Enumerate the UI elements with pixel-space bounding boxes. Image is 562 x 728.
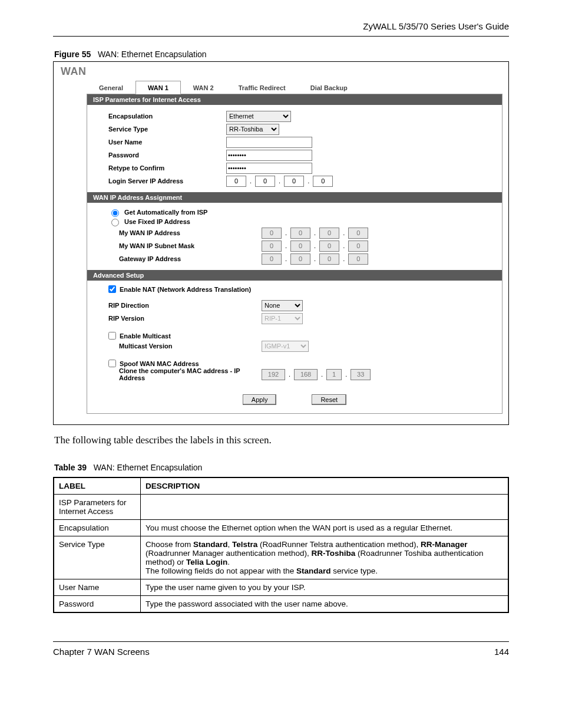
page-footer: Chapter 7 WAN Screens 144 [53,641,509,657]
reset-button[interactable]: Reset [312,394,346,405]
running-head: ZyWALL 5/35/70 Series User's Guide [53,21,509,31]
top-rule [53,36,509,37]
footer-page: 144 [494,647,509,657]
mywan-mask-oct1 [262,241,282,252]
label-enable-multicast: Enable Multicast [120,332,171,340]
tab-general[interactable]: General [87,81,135,94]
table-row: ISP Parameters for Internet Access [54,495,508,520]
figure-caption: Figure 55 WAN: Ethernet Encapsulation [54,50,509,59]
multicast-version-select: IGMP-v1 [262,341,309,352]
label-multicast-version: Multicast Version [108,342,250,350]
cell-label: User Name [54,579,141,596]
cell-description [141,495,509,520]
figure-title: WAN: Ethernet Encapsulation [98,50,207,59]
radio-get-auto[interactable] [111,209,119,217]
login-ip-oct3[interactable] [284,176,304,187]
mywan-ip-oct3 [319,228,339,239]
gw-ip-oct1 [262,253,282,265]
label-service-type: Service Type [108,126,226,133]
label-enable-nat: Enable NAT (Network Address Translation) [120,286,251,293]
label-use-fixed: Use Fixed IP Address [124,218,190,225]
rip-version-select: RIP-1 [262,313,303,324]
page-title: WAN [61,65,503,78]
mywan-ip-oct4 [348,228,368,239]
spoof-mac-checkbox[interactable] [108,360,116,367]
encapsulation-select[interactable]: Ethernet [226,111,291,122]
label-login-server: Login Server IP Address [108,177,226,185]
login-ip-oct1[interactable] [226,176,246,187]
label-get-auto: Get Automatically from ISP [124,209,207,216]
figure-label: Figure 55 [54,50,91,59]
radio-use-fixed[interactable] [111,219,119,226]
gw-ip-oct2 [290,253,310,265]
wan1-panel: ISP Parameters for Internet Access Encap… [87,94,503,414]
tab-dial-backup[interactable]: Dial Backup [298,81,360,94]
user-name-input[interactable] [226,137,312,148]
gateway-ip: . . . [262,253,368,265]
footer-chapter: Chapter 7 WAN Screens [53,647,150,657]
label-rip-direction: RIP Direction [108,302,250,309]
label-password: Password [108,151,226,159]
cell-label: Password [54,596,141,613]
table-row: User NameType the user name given to you… [54,579,508,596]
table-row: EncapsulationYou must choose the Etherne… [54,520,508,536]
cell-label: Encapsulation [54,520,141,536]
description-table: LABEL DESCRIPTION ISP Parameters for Int… [53,477,509,613]
cell-description: Type the user name given to you by your … [141,579,509,596]
my-wan-ip: . . . [262,228,368,239]
password-input[interactable] [226,150,312,161]
cell-description: Type the password associated with the us… [141,596,509,613]
label-user-name: User Name [108,139,226,146]
table-title: WAN: Ethernet Encapsulation [94,463,203,472]
tab-bar: General WAN 1 WAN 2 Traffic Redirect Dia… [87,80,503,94]
enable-multicast-checkbox[interactable] [108,332,116,340]
cell-description: Choose from Standard, Telstra (RoadRunne… [141,536,509,579]
label-spoof-mac: Spoof WAN MAC Address [120,360,199,367]
tab-wan1[interactable]: WAN 1 [135,81,181,94]
label-gateway: Gateway IP Address [108,255,250,262]
my-wan-mask: . . . [262,241,368,252]
section-isp: ISP Parameters for Internet Access [87,94,502,105]
section-wan-ip: WAN IP Address Assignment [87,192,502,203]
rip-direction-select[interactable]: None [262,300,303,311]
body-text: The following table describes the labels… [54,434,509,446]
wan-screenshot: WAN General WAN 1 WAN 2 Traffic Redirect… [53,61,509,425]
table-row: PasswordType the password associated wit… [54,596,508,613]
label-clone-mac: Clone the computer's MAC address - IP Ad… [108,367,250,381]
retype-input[interactable] [226,163,312,174]
cell-label: ISP Parameters for Internet Access [54,495,141,520]
table-caption: Table 39 WAN: Ethernet Encapsulation [54,463,509,472]
gw-ip-oct4 [348,253,368,265]
tab-traffic-redirect[interactable]: Traffic Redirect [226,81,298,94]
label-retype: Retype to Confirm [108,164,226,172]
label-rip-version: RIP Version [108,315,250,322]
table-row: Service TypeChoose from Standard, Telstr… [54,536,508,579]
label-my-wan-ip: My WAN IP Address [108,229,250,236]
mywan-ip-oct2 [290,228,310,239]
label-my-wan-mask: My WAN IP Subnet Mask [108,242,250,249]
clone-ip-oct4 [351,369,371,380]
th-description: DESCRIPTION [141,477,509,495]
login-server-ip: . . . [226,176,333,187]
clone-ip-oct2 [294,369,318,380]
cell-label: Service Type [54,536,141,579]
gw-ip-oct3 [319,253,339,265]
tab-wan2[interactable]: WAN 2 [181,81,226,94]
cell-description: You must choose the Ethernet option when… [141,520,509,536]
service-type-select[interactable]: RR-Toshiba [226,124,279,135]
clone-ip: . . . [262,369,371,380]
mywan-ip-oct1 [262,228,282,239]
enable-nat-checkbox[interactable] [108,285,116,293]
apply-button[interactable]: Apply [243,394,277,405]
clone-ip-oct3 [326,369,342,380]
mywan-mask-oct2 [290,241,310,252]
mywan-mask-oct4 [348,241,368,252]
table-label: Table 39 [54,463,87,472]
clone-ip-oct1 [262,369,285,380]
th-label: LABEL [54,477,141,495]
login-ip-oct2[interactable] [255,176,275,187]
section-advanced: Advanced Setup [87,270,502,281]
login-ip-oct4[interactable] [313,176,333,187]
label-encapsulation: Encapsulation [108,113,226,120]
mywan-mask-oct3 [319,241,339,252]
